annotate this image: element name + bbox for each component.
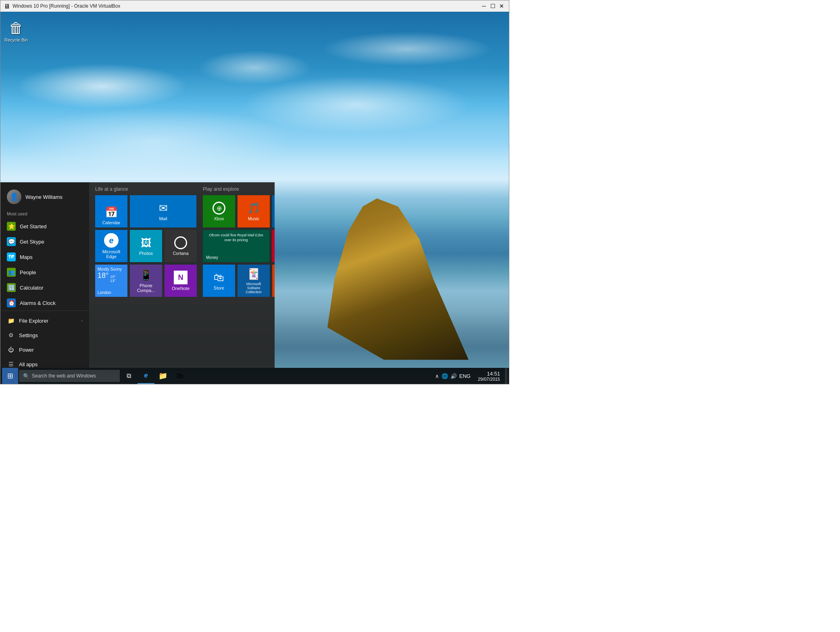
solitaire-label: Microsoft Solitaire Collection xyxy=(240,282,267,294)
clock-date: 29/07/2015 xyxy=(478,377,500,382)
weather-city: London xyxy=(98,290,111,295)
money-tile[interactable]: Ofcom could fine Royal Mail £1bn over it… xyxy=(203,230,269,262)
sidebar-item-maps[interactable]: 🗺 Maps xyxy=(0,249,89,265)
onenote-tile[interactable]: N OneNote xyxy=(165,265,197,297)
vm-maximize-button[interactable]: ☐ xyxy=(489,2,497,10)
system-tray: ∧ 🌐 🔊 ENG xyxy=(433,373,473,379)
alarms-label: Alarms & Clock xyxy=(20,300,56,306)
get-started-icon: ⭐ xyxy=(7,222,16,231)
money-tile-label: Money xyxy=(206,255,218,260)
start-menu: 👤 Wayne Williams Most used ⭐ Get Started… xyxy=(0,182,275,368)
section-life-at-a-glance: Life at a glance 📅 Calendar ✉ xyxy=(95,186,197,299)
show-desktop-button[interactable] xyxy=(505,368,507,384)
sidebar-item-people[interactable]: 👥 People xyxy=(0,265,89,280)
life-row-3: Mostly Sunny 18° 19° 13° London xyxy=(95,265,197,297)
weather-hi: 19° xyxy=(110,275,116,279)
weather-lo: 13° xyxy=(110,279,116,283)
mail-tile-icon: ✉ xyxy=(159,202,168,215)
settings-icon: ⚙ xyxy=(7,331,15,339)
task-view-button[interactable]: ⧉ xyxy=(121,368,136,384)
phone-companion-label: Phone Compa... xyxy=(132,283,160,293)
edge-tile-label: Microsoft Edge xyxy=(98,249,125,259)
vm-title: Windows 10 Pro [Running] - Oracle VM Vir… xyxy=(13,3,480,9)
calculator-icon: 🔢 xyxy=(7,283,16,292)
life-row-1: 📅 Calendar ✉ Mail xyxy=(95,195,197,227)
file-explorer-label: File Explorer xyxy=(19,318,48,324)
people-icon: 👥 xyxy=(7,268,16,277)
start-button[interactable]: ⊞ xyxy=(2,368,18,384)
chevron-up-icon[interactable]: ∧ xyxy=(435,373,439,379)
money-tile-text: Ofcom could fine Royal Mail £1bn over it… xyxy=(206,233,266,242)
xbox-tile[interactable]: ⊕ Xbox xyxy=(203,195,235,227)
system-clock[interactable]: 14:51 29/07/2015 xyxy=(475,371,503,382)
vm-close-button[interactable]: ✕ xyxy=(498,2,506,10)
solitaire-icon: 🃏 xyxy=(247,268,260,280)
volume-icon[interactable]: 🔊 xyxy=(450,373,457,379)
edge-taskbar-icon: e xyxy=(144,372,148,379)
store-taskbar-icon: 🛍 xyxy=(176,372,183,380)
sidebar-item-settings[interactable]: ⚙ Settings xyxy=(0,328,89,342)
calendar-tile[interactable]: 📅 Calendar xyxy=(95,195,127,227)
sidebar-item-power[interactable]: ⏻ Power xyxy=(0,342,89,357)
vm-window: 🖥 Windows 10 Pro [Running] - Oracle VM V… xyxy=(0,0,509,384)
vm-minimize-button[interactable]: ─ xyxy=(480,2,488,10)
photos-tile-label: Photos xyxy=(139,251,153,256)
news-tile[interactable]: 📰 News xyxy=(272,230,275,262)
calendar-tile-icon: 📅 xyxy=(105,206,118,219)
taskbar-app-file-explorer[interactable]: 📁 xyxy=(154,368,171,384)
taskbar-app-edge[interactable]: e xyxy=(138,368,154,384)
phone-companion-icon: 📱 xyxy=(140,269,152,282)
recycle-bin-label: Recycle Bin xyxy=(4,38,28,42)
recycle-bin-icon[interactable]: 🗑 Recycle Bin xyxy=(4,20,28,42)
xbox-icon: ⊕ xyxy=(213,202,225,215)
power-label: Power xyxy=(19,347,34,353)
calculator-label: Calculator xyxy=(20,285,44,291)
desktop: 🗑 Recycle Bin 👤 Wayne Williams Most used… xyxy=(0,12,509,384)
taskbar-app-store[interactable]: 🛍 xyxy=(171,368,188,384)
clock-time: 14:51 xyxy=(478,371,500,377)
sidebar-item-file-explorer[interactable]: 📁 File Explorer › xyxy=(0,313,89,328)
vm-controls: ─ ☐ ✕ xyxy=(480,2,506,10)
search-icon: 🔍 xyxy=(23,373,29,379)
cortana-tile-label: Cortana xyxy=(173,251,188,256)
edge-tile[interactable]: e Microsoft Edge xyxy=(95,230,127,262)
lang-label: ENG xyxy=(459,373,471,379)
sidebar-item-alarms[interactable]: ⏰ Alarms & Clock xyxy=(0,295,89,311)
windows-logo-icon: ⊞ xyxy=(7,371,13,380)
file-explorer-icon: 📁 xyxy=(7,317,15,325)
onenote-icon: N xyxy=(174,271,188,284)
file-explorer-arrow: › xyxy=(81,319,83,323)
onenote-label: OneNote xyxy=(172,286,190,291)
vm-icon: 🖥 xyxy=(4,3,10,9)
cortana-tile[interactable]: Cortana xyxy=(165,230,197,262)
photos-tile[interactable]: 🖼 Photos xyxy=(130,230,162,262)
maps-label: Maps xyxy=(20,254,33,260)
weather-temps: 18° 19° 13° xyxy=(98,271,116,283)
get-office-tile[interactable]: O Get Office xyxy=(272,265,275,297)
taskbar-apps: e 📁 🛍 xyxy=(138,368,188,384)
phone-companion-tile[interactable]: 📱 Phone Compa... xyxy=(130,265,162,297)
user-section[interactable]: 👤 Wayne Williams xyxy=(0,186,89,207)
sidebar-item-get-skype[interactable]: 💬 Get Skype xyxy=(0,234,89,249)
start-menu-bottom-items: 📁 File Explorer › ⚙ Settings ⏻ Power xyxy=(0,311,89,368)
xbox-label: Xbox xyxy=(214,216,224,221)
skype-label: Get Skype xyxy=(20,239,44,245)
sidebar-item-all-apps[interactable]: ☰ All apps xyxy=(0,357,89,368)
recycle-bin-icon-graphic: 🗑 xyxy=(9,20,23,37)
mail-tile[interactable]: ✉ Mail xyxy=(130,195,196,227)
tiles-container: Life at a glance 📅 Calendar ✉ xyxy=(95,186,269,299)
play-section-label: Play and explore xyxy=(203,186,275,192)
weather-current-temp: 18° xyxy=(98,271,108,280)
search-bar[interactable]: 🔍 Search the web and Windows xyxy=(19,370,120,382)
sidebar-item-get-started[interactable]: ⭐ Get Started xyxy=(0,219,89,234)
store-tile[interactable]: 🛍 Store xyxy=(203,265,235,297)
music-tile[interactable]: 🎵 Music xyxy=(238,195,270,227)
weather-tile[interactable]: Mostly Sunny 18° 19° 13° London xyxy=(95,265,127,297)
sidebar-item-calculator[interactable]: 🔢 Calculator xyxy=(0,280,89,295)
solitaire-tile[interactable]: 🃏 Microsoft Solitaire Collection xyxy=(238,265,270,297)
photos-tile-icon: 🖼 xyxy=(141,237,151,249)
start-menu-content: 👤 Wayne Williams Most used ⭐ Get Started… xyxy=(0,182,275,368)
taskbar: ⊞ 🔍 Search the web and Windows ⧉ e 📁 🛍 xyxy=(0,368,509,384)
film-tv-tile[interactable]: 🎬 Film & TV xyxy=(272,195,275,227)
vm-titlebar: 🖥 Windows 10 Pro [Running] - Oracle VM V… xyxy=(0,0,509,12)
